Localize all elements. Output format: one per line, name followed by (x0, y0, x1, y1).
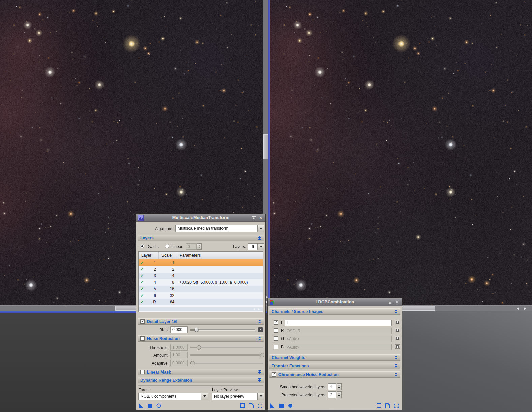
bias-input[interactable]: 0.000 (170, 326, 188, 333)
apply-button[interactable] (148, 404, 152, 408)
layers-table-row[interactable]: ✔48+0.020 S(t=5.0000, s=1.00, a=0.0000) (139, 279, 263, 285)
spinner-arrows-icon[interactable] (337, 391, 342, 398)
slider-thumb[interactable] (194, 328, 199, 332)
amount-slider[interactable] (190, 353, 263, 358)
layers-section-header[interactable]: Layers (138, 235, 264, 241)
layers-table-row[interactable]: ✔34 (139, 273, 263, 279)
channel-image-input[interactable]: <Auto> (285, 344, 392, 350)
adaptive-slider[interactable] (190, 361, 263, 366)
dropdown-arrow-icon[interactable] (201, 393, 208, 400)
table-scroll-right-icon[interactable] (258, 308, 260, 311)
bias-slider[interactable] (190, 327, 255, 332)
channels-section-header[interactable]: Channels / Source Images (269, 308, 400, 315)
channel-image-input[interactable]: OSC_R (285, 328, 392, 334)
close-button[interactable]: ✕ (258, 216, 263, 220)
rollup-button[interactable] (251, 216, 256, 220)
protected-wavelet-layers-spinner[interactable]: 2 (328, 391, 342, 398)
scroll-right-button[interactable] (522, 306, 527, 311)
collapse-section-icon[interactable] (394, 310, 398, 314)
chrominance-checkbox[interactable]: ✓ (272, 372, 276, 377)
detail-layer-section-header[interactable]: ✓ Detail Layer 1/6 (138, 318, 264, 325)
collapse-section-icon[interactable] (258, 320, 261, 324)
apply-global-button[interactable] (288, 403, 293, 408)
noise-reduction-checkbox[interactable] (140, 336, 145, 341)
select-image-button[interactable] (395, 336, 400, 340)
channel-image-input[interactable]: L (285, 320, 392, 326)
threshold-input[interactable]: 1.0000 (170, 344, 188, 351)
linear-radio[interactable] (165, 244, 169, 248)
smoothed-wavelet-layers-spinner[interactable]: 4 (328, 383, 342, 390)
vertical-scrollbar-thumb[interactable] (263, 134, 268, 159)
layer-enabled-check-icon[interactable]: ✔ (140, 273, 144, 278)
slider-thumb[interactable] (197, 345, 201, 350)
layers-table-row[interactable]: ✔22 (139, 266, 263, 272)
channel-image-input[interactable]: <Auto> (285, 336, 392, 342)
expand-section-icon[interactable] (258, 378, 261, 382)
mmt-title-bar[interactable]: MultiscaleMedianTransform ✕ (136, 214, 265, 222)
rollup-button[interactable] (388, 300, 392, 304)
reset-button[interactable] (258, 403, 263, 408)
layer-enabled-check-icon[interactable]: ✔ (140, 293, 144, 298)
linear-scale-spinner[interactable]: 0 (186, 243, 202, 250)
browse-documentation-button[interactable] (249, 403, 254, 408)
threshold-slider[interactable] (190, 345, 263, 350)
chrominance-section-header[interactable]: ✓ Chrominance Noise Reduction (269, 371, 400, 378)
linear-mask-checkbox[interactable] (140, 370, 145, 374)
target-dropdown[interactable]: RGB/K components (138, 393, 208, 400)
spinner-arrows-icon[interactable] (337, 383, 342, 390)
bias-reset-button[interactable]: ✕ (258, 327, 263, 332)
layers-table-row[interactable]: ✔516 (139, 286, 263, 292)
dropdown-arrow-icon[interactable] (257, 225, 264, 232)
layers-count-dropdown[interactable]: 6 (248, 243, 264, 250)
expand-section-icon[interactable] (394, 364, 398, 368)
algorithm-dropdown[interactable]: Multiscale median transform (175, 225, 264, 232)
collapse-section-icon[interactable] (394, 373, 398, 377)
select-image-button[interactable] (395, 344, 400, 349)
new-instance-button[interactable] (270, 403, 275, 408)
dynamic-range-extension-section-header[interactable]: Dynamic Range Extension (138, 377, 264, 383)
reset-button[interactable] (394, 403, 399, 408)
noise-reduction-section-header[interactable]: Noise Reduction (138, 335, 264, 342)
dropdown-arrow-icon[interactable] (257, 393, 264, 400)
channel-checkbox[interactable]: ✓ (274, 320, 278, 325)
select-image-button[interactable] (395, 320, 400, 324)
select-image-button[interactable] (395, 328, 400, 332)
lrgb-title-bar[interactable]: LRGBCombination ✕ (268, 298, 402, 306)
transfer-functions-section-header[interactable]: Transfer Functions (269, 363, 400, 369)
browse-documentation-button[interactable] (385, 403, 390, 408)
scroll-left-button[interactable] (515, 306, 521, 311)
layer-enabled-check-icon[interactable]: ✔ (140, 286, 144, 291)
linear-mask-section-header[interactable]: Linear Mask (138, 369, 264, 375)
apply-button[interactable] (279, 404, 284, 408)
right-image-view[interactable] (270, 0, 532, 305)
layer-preview-dropdown[interactable]: No layer preview (212, 393, 264, 400)
layers-table-row[interactable]: ✔11 (139, 259, 263, 266)
track-view-button[interactable] (240, 403, 245, 408)
channel-checkbox[interactable] (274, 345, 278, 349)
slider-track[interactable] (190, 329, 255, 331)
layer-enabled-check-icon[interactable]: ✔ (140, 280, 144, 285)
layers-table-row[interactable]: ✔R64 (139, 299, 263, 305)
table-scroll-left-icon[interactable] (253, 308, 255, 311)
layer-enabled-check-icon[interactable]: ✔ (140, 300, 144, 304)
spinner-arrows-icon[interactable] (197, 243, 202, 250)
collapse-section-icon[interactable] (258, 236, 261, 240)
collapse-section-icon[interactable] (258, 337, 261, 341)
close-button[interactable]: ✕ (395, 300, 400, 304)
layer-enabled-check-icon[interactable]: ✔ (140, 267, 144, 272)
slider-track[interactable] (190, 347, 263, 348)
track-view-button[interactable] (377, 403, 381, 408)
layer-enabled-check-icon[interactable]: ✔ (140, 260, 144, 265)
dropdown-arrow-icon[interactable] (257, 244, 264, 250)
channel-weights-section-header[interactable]: Channel Weights (269, 354, 400, 361)
channel-checkbox[interactable] (274, 328, 278, 333)
detail-layer-checkbox[interactable]: ✓ (140, 319, 145, 324)
amount-input[interactable]: 1.00 (170, 352, 188, 358)
dyadic-radio[interactable] (140, 244, 144, 248)
real-time-preview-button[interactable] (156, 403, 161, 408)
layers-table-row[interactable]: ✔632 (139, 292, 263, 299)
slider-thumb[interactable] (190, 361, 195, 365)
expand-section-icon[interactable] (258, 370, 261, 374)
expand-section-icon[interactable] (394, 356, 398, 360)
slider-track[interactable] (190, 363, 263, 364)
